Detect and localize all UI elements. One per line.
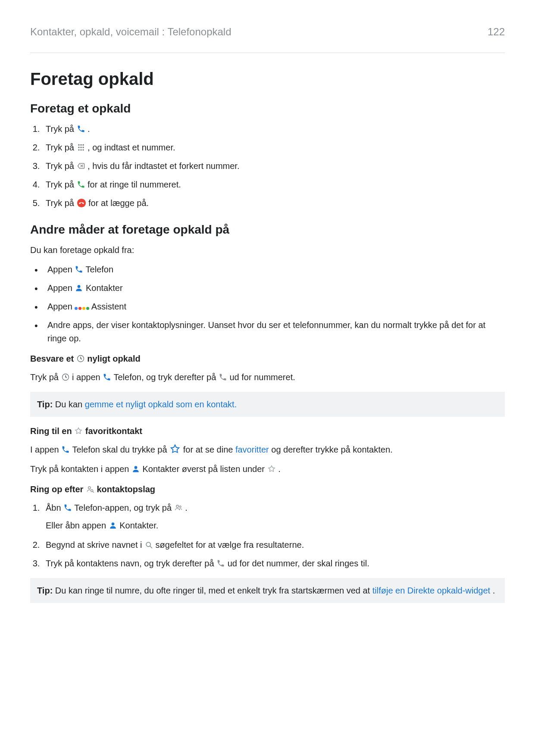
list-item: Appen Telefon (42, 263, 505, 276)
list-item: Andre apps, der viser kontaktoplysninger… (42, 319, 505, 345)
contacts-icon (131, 465, 140, 473)
page-header: Kontakter, opkald, voicemail : Telefonop… (30, 26, 505, 53)
section-foretag-et-opkald: Foretag et opkald (30, 102, 505, 116)
list-item: Tryk på , og indtast et nummer. (42, 141, 505, 154)
page-number: 122 (488, 26, 505, 38)
contact-search-steps: Åbn Telefon-appen, og tryk på . Eller åb… (30, 501, 505, 570)
call-icon (77, 180, 85, 189)
list-item: Tryk på for at ringe til nummeret. (42, 178, 505, 191)
search-icon (144, 540, 153, 549)
recent-call-instruction: Tryk på i appen Telefon, og tryk derefte… (30, 371, 505, 384)
section-andre-mader: Andre måder at foretage opkald på (30, 223, 505, 237)
list-item: Appen Assistent (42, 300, 505, 313)
make-call-steps: Tryk på . Tryk på , og indtast et nummer… (30, 122, 505, 210)
hangup-icon (77, 198, 86, 208)
phone-icon (77, 125, 85, 133)
list-item: Begynd at skrive navnet i søgefeltet for… (42, 538, 505, 552)
call-grey-icon (216, 559, 225, 568)
page-title: Foretag opkald (30, 69, 505, 89)
contacts-tab-icon (174, 503, 183, 512)
phone-icon (63, 503, 72, 512)
phone-icon (75, 265, 83, 274)
clock-icon (61, 373, 70, 381)
contacts-icon (109, 521, 117, 530)
tip-label: Tip: (37, 586, 53, 595)
subheading-favorite: Ring til en favoritkontakt (30, 426, 505, 436)
other-ways-list: Appen Telefon Appen Kontakter Appen Assi… (30, 263, 505, 345)
list-item: Tryk på kontaktens navn, og tryk derefte… (42, 557, 505, 570)
tip-label: Tip: (37, 400, 53, 409)
call-grey-icon (219, 373, 227, 381)
subheading-contact-search: Ring op efter kontaktopslag (30, 484, 505, 494)
favorite-instruction-2: Tryk på kontakten i appen Kontakter øver… (30, 462, 505, 476)
link-favorites[interactable]: favoritter (235, 445, 269, 454)
phone-icon (103, 373, 111, 381)
tip-box: Tip: Du kan ringe til numre, du ofte rin… (30, 578, 505, 603)
link-save-recent-as-contact[interactable]: gemme et nyligt opkald som en kontakt. (85, 400, 237, 409)
favorite-instruction-1: I appen Telefon skal du trykke på for at… (30, 443, 505, 456)
star-outline-icon (267, 465, 276, 473)
list-item: Åbn Telefon-appen, og tryk på . Eller åb… (42, 501, 505, 532)
tip-box: Tip: Du kan gemme et nyligt opkald som e… (30, 392, 505, 417)
dialpad-icon (77, 143, 85, 152)
contacts-icon (75, 284, 83, 292)
phone-icon (61, 445, 70, 454)
star-outline-icon (74, 427, 83, 435)
star-blue-icon (169, 444, 181, 455)
subheading-recent-call: Besvare et nyligt opkald (30, 354, 505, 364)
person-search-icon (86, 485, 94, 494)
clock-icon (76, 354, 85, 363)
breadcrumb: Kontakter, opkald, voicemail : Telefonop… (30, 26, 232, 38)
list-item: Tryk på . (42, 122, 505, 136)
list-item: Tryk på for at lægge på. (42, 197, 505, 210)
assistant-icon (75, 307, 89, 310)
list-item: Appen Kontakter (42, 281, 505, 295)
list-item: Tryk på , hvis du får indtastet et forke… (42, 159, 505, 173)
link-add-direct-call-widget[interactable]: tilføje en Direkte opkald-widget (372, 586, 490, 595)
intro-text: Du kan foretage opkald fra: (30, 244, 505, 257)
backspace-icon (77, 162, 85, 170)
